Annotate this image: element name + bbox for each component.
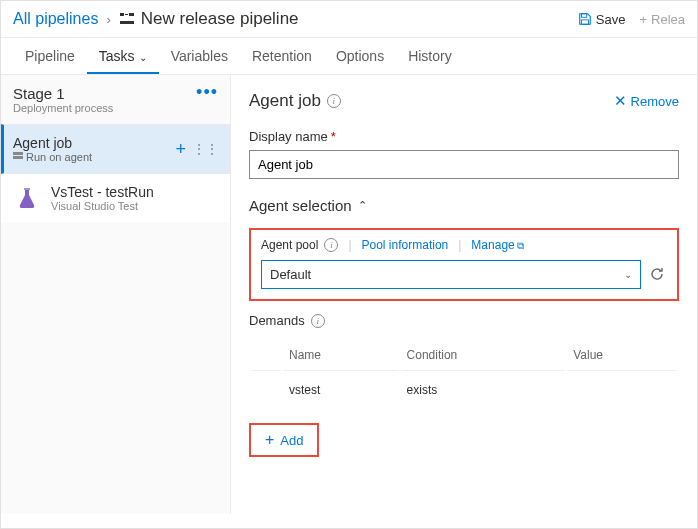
job-item-agent-job[interactable]: Agent job Run on agent + ⋮⋮ (1, 124, 230, 174)
job-title: Agent job (13, 135, 175, 151)
agent-pool-value: Default (270, 267, 311, 282)
add-button[interactable]: + Add (249, 423, 319, 457)
agent-pool-select[interactable]: Default ⌄ (261, 260, 641, 289)
svg-rect-0 (120, 13, 124, 16)
demands-label: Demands (249, 313, 305, 328)
agent-pool-group: Agent pool i | Pool information | Manage… (249, 228, 679, 301)
tab-history[interactable]: History (396, 38, 464, 74)
tab-variables[interactable]: Variables (159, 38, 240, 74)
task-subtitle: Visual Studio Test (51, 200, 154, 212)
save-icon (578, 12, 592, 26)
close-icon: ✕ (614, 92, 627, 110)
tab-pipeline[interactable]: Pipeline (13, 38, 87, 74)
task-item-vstest[interactable]: VsTest - testRun Visual Studio Test (1, 174, 230, 222)
stage-header[interactable]: Stage 1 Deployment process ••• (1, 75, 230, 124)
plus-icon: + (639, 12, 647, 27)
task-title: VsTest - testRun (51, 184, 154, 200)
stage-title: Stage 1 (13, 85, 196, 102)
release-button[interactable]: + Relea (639, 12, 685, 27)
add-task-icon[interactable]: + (175, 139, 186, 160)
col-condition: Condition (401, 340, 566, 371)
tab-retention[interactable]: Retention (240, 38, 324, 74)
server-icon (13, 152, 23, 162)
refresh-icon[interactable] (649, 266, 667, 284)
svg-rect-6 (13, 152, 23, 155)
plus-icon: + (265, 431, 274, 449)
svg-rect-1 (129, 13, 134, 16)
manage-link[interactable]: Manage⧉ (471, 238, 523, 252)
tab-tasks[interactable]: Tasks⌄ (87, 38, 159, 74)
more-options-icon[interactable]: ••• (196, 85, 218, 99)
svg-rect-7 (13, 156, 23, 159)
info-icon[interactable]: i (311, 314, 325, 328)
flask-icon (13, 184, 41, 212)
chevron-down-icon: ⌄ (624, 269, 632, 280)
remove-button[interactable]: ✕ Remove (614, 92, 679, 110)
breadcrumb-root[interactable]: All pipelines (13, 10, 98, 28)
col-name: Name (283, 340, 399, 371)
svg-rect-3 (125, 14, 128, 15)
chevron-down-icon: ⌄ (139, 52, 147, 63)
svg-rect-2 (120, 21, 134, 24)
table-row[interactable]: vstest exists (251, 373, 677, 407)
info-icon[interactable]: i (324, 238, 338, 252)
external-link-icon: ⧉ (517, 240, 524, 251)
chevron-right-icon: › (106, 12, 110, 27)
pool-information-link[interactable]: Pool information (362, 238, 449, 252)
demands-table: Name Condition Value vstest exists (249, 338, 679, 409)
tab-bar: Pipeline Tasks⌄ Variables Retention Opti… (1, 38, 697, 75)
agent-pool-label: Agent pool (261, 238, 318, 252)
job-subtitle: Run on agent (13, 151, 175, 163)
display-name-label: Display name* (249, 129, 679, 144)
col-value: Value (567, 340, 677, 371)
save-button[interactable]: Save (578, 12, 626, 27)
section-agent-selection[interactable]: Agent selection ⌃ (249, 197, 679, 214)
pipeline-icon (119, 11, 135, 27)
tab-options[interactable]: Options (324, 38, 396, 74)
pane-title: Agent job (249, 91, 321, 111)
svg-rect-5 (581, 20, 588, 24)
stage-subtitle: Deployment process (13, 102, 196, 114)
chevron-up-icon: ⌃ (358, 199, 367, 212)
display-name-input[interactable] (249, 150, 679, 179)
info-icon[interactable]: i (327, 94, 341, 108)
drag-handle-icon[interactable]: ⋮⋮ (192, 141, 218, 157)
page-title: New release pipeline (141, 9, 299, 29)
